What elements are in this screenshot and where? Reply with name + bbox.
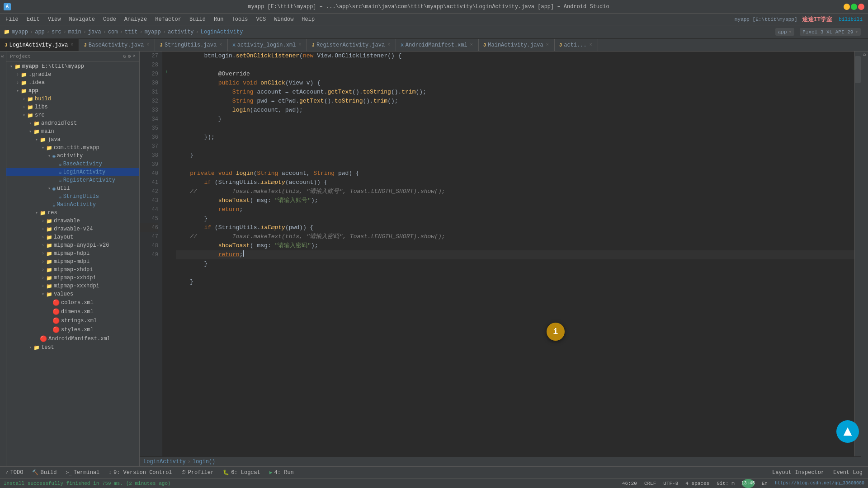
close-button[interactable] [858,4,864,10]
tab-close-manifest[interactable]: × [469,42,474,47]
nav-item-myapp2[interactable]: myapp [145,29,161,35]
tree-item-layout[interactable]: › 📁 layout [6,233,139,241]
breadcrumb-login[interactable]: login() [193,459,215,465]
tab-close-main[interactable]: × [545,42,550,47]
tree-item-gradle[interactable]: › 📁 .gradle [6,70,139,79]
tree-item-res[interactable]: ▾ 📁 res [6,209,139,217]
maximize-button[interactable] [851,4,857,10]
menu-navigate[interactable]: Navigate [65,15,99,23]
toolbar-version-control[interactable]: ↕ 9: Version Control [107,469,174,477]
menu-view[interactable]: View [44,15,65,23]
nav-item-com[interactable]: com [108,29,118,35]
device-selector2[interactable]: Pixel 3 XL API 29▾ [800,28,861,36]
tree-item-src[interactable]: ▾ 📁 src [6,111,139,119]
tree-item-mipmap-xxxhdpi[interactable]: › 📁 mipmap-xxxhdpi [6,282,139,290]
tree-item-loginactivity[interactable]: › ☕ LoginActivity [6,168,139,176]
tree-item-drawable[interactable]: › 📁 drawable [6,217,139,225]
structure-icon[interactable]: S [1,55,5,57]
tree-item-drawable-v24[interactable]: › 📁 drawable-v24 [6,225,139,233]
tree-item-styles-xml[interactable]: › 🔴 styles.xml [6,325,139,334]
minimize-button[interactable] [844,4,850,10]
nav-item-ttit[interactable]: ttit [125,29,138,35]
tab-baseactivity[interactable]: J BaseActivity.java × [79,39,155,51]
menu-file[interactable]: File [2,15,22,23]
tree-item-mainactivity[interactable]: › ☕ MainActivity [6,201,139,209]
tree-item-dimens-xml[interactable]: › 🔴 dimens.xml [6,307,139,316]
menu-build[interactable]: Build [186,15,209,23]
right-icon-1[interactable]: D [863,53,867,56]
tab-stringutils[interactable]: J StringUtils.java × [155,39,228,51]
tab-activity-login-xml[interactable]: X activity_login.xml × [228,39,307,51]
menu-edit[interactable]: Edit [23,15,43,23]
nav-item-loginactivity[interactable]: LoginActivity [201,29,243,35]
menu-help[interactable]: Help [298,15,318,23]
toolbar-logcat[interactable]: 🐛 6: Logcat [221,469,262,477]
tree-item-baseactivity[interactable]: › ☕ BaseActivity [6,160,139,168]
tab-androidmanifest[interactable]: X AndroidManifest.xml × [396,39,478,51]
nav-item-myapp[interactable]: myapp [12,29,28,35]
tree-item-mipmap-hdpi[interactable]: › 📁 mipmap-hdpi [6,249,139,258]
tab-registeractivity[interactable]: J RegisterActivity.java × [307,39,396,51]
tab-close-baseactivity[interactable]: × [146,42,150,47]
tree-item-values[interactable]: ▾ 📁 values [6,290,139,298]
bilibili-widget[interactable] [836,420,859,443]
sidebar-gear-icon[interactable]: ⚙ [128,53,131,59]
tab-close-acti[interactable]: × [589,42,593,47]
tree-item-mipmap-anydpi[interactable]: › 📁 mipmap-anydpi-v26 [6,241,139,249]
toolbar-build[interactable]: 🔨 Build [30,469,58,477]
toolbar-todo[interactable]: ✓ TODO [4,469,25,477]
tree-item-strings-xml[interactable]: › 🔴 strings.xml [6,316,139,325]
menu-window[interactable]: Window [270,15,297,23]
tree-item-test[interactable]: › 📁 test [6,343,139,352]
event-log[interactable]: Event Log [831,469,864,477]
tree-item-androidmanifest[interactable]: › 🔴 AndroidManifest.xml [6,334,139,343]
tab-mainactivity[interactable]: J MainActivity.java × [479,39,555,51]
tree-item-java[interactable]: ▾ 📁 java [6,136,139,144]
nav-item-activity[interactable]: activity [168,29,194,35]
tree-item-mipmap-xhdpi[interactable]: › 📁 mipmap-xhdpi [6,266,139,274]
sidebar-close-icon[interactable]: × [132,53,136,59]
nav-item-app[interactable]: app [35,29,45,35]
menu-tools[interactable]: Tools [228,15,252,23]
tree-item-myapp[interactable]: ▾ 📁 myapp E:\ttit\myapp [6,62,139,70]
menu-code[interactable]: Code [99,15,120,23]
tab-loginactivity[interactable]: J LoginActivity.java × [0,39,79,51]
tree-item-colors-xml[interactable]: › 🔴 colors.xml [6,298,139,307]
sidebar-sync-icon[interactable]: ↻ [123,53,126,59]
tree-item-androidtest[interactable]: › 📁 androidTest [6,119,139,127]
tab-close-loginactivity[interactable]: × [70,42,74,47]
menu-analyze[interactable]: Analyze [121,15,151,23]
code-content[interactable]: btnLogin.setOnClickListener(new View.OnC… [171,52,854,456]
tree-item-mipmap-xxhdpi[interactable]: › 📁 mipmap-xxhdpi [6,274,139,282]
nav-item-src[interactable]: src [52,29,61,35]
menu-refactor[interactable]: Refactor [151,15,185,23]
tab-close-register[interactable]: × [387,42,391,47]
tree-item-registeractivity[interactable]: › ☕ RegisterActivity [6,176,139,184]
tree-item-app[interactable]: ▾ 📁 app [6,87,139,95]
menu-vcs[interactable]: VCS [253,15,270,23]
breadcrumb-loginactivity[interactable]: LoginActivity [143,459,186,465]
tab-acti[interactable]: J acti... × [555,39,598,51]
nav-item-java[interactable]: java [88,29,101,35]
layout-inspector[interactable]: Layout Inspector [770,469,826,477]
floating-tooltip[interactable]: i [547,323,565,341]
tree-item-main[interactable]: ▾ 📁 main [6,127,139,136]
tree-item-build[interactable]: › 📁 build [6,95,139,103]
editor-scrollbar[interactable] [854,52,861,456]
tree-item-idea[interactable]: › 📁 .idea [6,79,139,87]
tree-item-mipmap-mdpi[interactable]: › 📁 mipmap-mdpi [6,258,139,266]
device-selector[interactable]: app▾ [775,28,794,36]
tree-item-util[interactable]: ▾ ◉ util [6,184,139,192]
nav-item-main[interactable]: main [68,29,81,35]
tree-item-activity-folder[interactable]: ▾ ◉ activity [6,152,139,160]
tab-close-stringutils[interactable]: × [218,42,223,47]
tree-item-com-ttit[interactable]: ▾ 📁 com.ttit.myapp [6,144,139,152]
menu-run[interactable]: Run [210,15,227,23]
code-editor[interactable]: 27 28 29 30 31 32 33 34 35 36 37 38 39 4… [140,52,861,466]
tree-item-stringutils[interactable]: › ☕ StringUtils [6,192,139,201]
toolbar-run[interactable]: ▶ 4: Run [268,469,296,477]
tree-item-libs[interactable]: › 📁 libs [6,103,139,111]
tab-close-activity-login[interactable]: × [297,42,302,47]
toolbar-terminal[interactable]: >_ Terminal [64,469,101,477]
toolbar-profiler[interactable]: ⏱ Profiler [179,469,216,477]
